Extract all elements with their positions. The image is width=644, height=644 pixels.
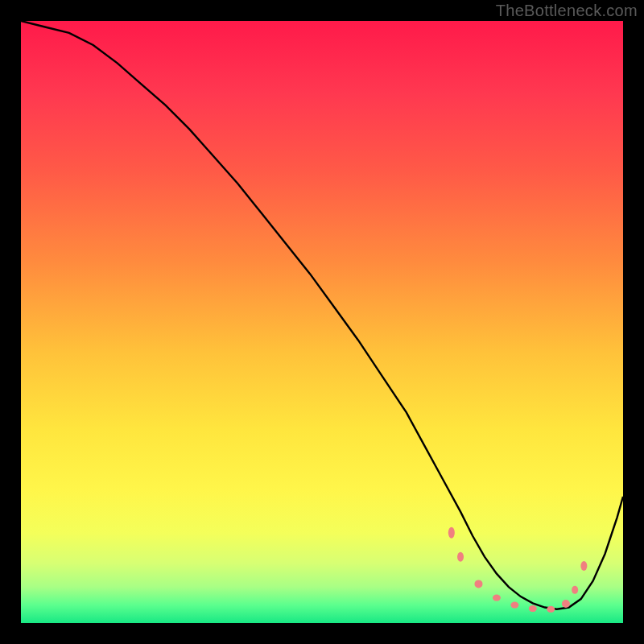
optimum-marker	[448, 527, 455, 539]
gradient-background	[21, 21, 623, 623]
plot-area	[21, 21, 623, 623]
optimum-marker	[547, 606, 555, 613]
optimum-marker	[562, 600, 570, 608]
optimum-marker	[457, 552, 464, 562]
optimum-marker	[474, 580, 482, 588]
chart-svg	[21, 21, 623, 623]
optimum-marker	[529, 605, 537, 612]
optimum-marker	[493, 595, 501, 601]
optimum-marker	[572, 586, 578, 594]
chart-container: TheBottleneck.com	[0, 0, 644, 644]
optimum-marker	[510, 602, 518, 609]
watermark-text: TheBottleneck.com	[496, 2, 638, 20]
optimum-marker	[580, 561, 587, 571]
